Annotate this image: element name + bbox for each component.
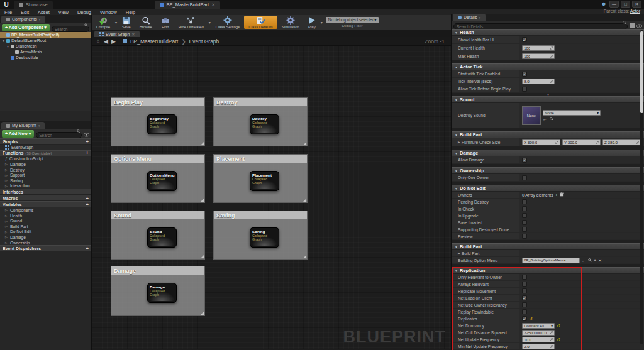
close-button[interactable]: ✕ [632,1,641,8]
modified-revert-icon[interactable]: ↺ [529,317,533,321]
breadcrumb-root[interactable]: BP_MasterBuildPart [130,38,179,45]
tree-expand-icon[interactable]: ▷ [5,224,8,228]
my-blueprint-section-graphs[interactable]: Graphs+ [0,138,91,145]
section-collapse-icon[interactable]: ▼ [455,187,458,190]
my-blueprint-item[interactable]: ▷Health [0,213,91,219]
modified-revert-icon[interactable]: ↺ [557,337,560,342]
tree-expand-icon[interactable]: ▷ [5,219,8,223]
comment-box-options-menu[interactable]: Options MenuOptionsMenuCollapsed Graph [111,154,205,203]
my-blueprint-item[interactable]: ▷Support [0,172,91,178]
my-blueprint-item[interactable]: ▷Destroy [0,167,91,173]
class-defaults-button[interactable]: Class Defaults [244,16,277,29]
dropdown-caret-icon[interactable]: ▾ [209,20,211,25]
collapsed-graph-node-beginplay[interactable]: BeginPlayCollapsed Graph [147,114,177,134]
menu-debug[interactable]: Debug [73,9,96,15]
my-blueprint-section-event-dispatchers[interactable]: Event Dispatchers+ [0,245,91,251]
tab-close-icon[interactable]: ✕ [131,32,135,36]
drag-resize-icon[interactable] [550,337,553,342]
section-header[interactable]: ▼Do Not Edit [452,185,644,192]
section-collapse-icon[interactable]: ▼ [455,169,458,173]
section-header[interactable]: ▼Sound [452,96,644,103]
tree-expand-icon[interactable]: ▷ [5,162,8,166]
comment-title[interactable]: Damage [111,266,204,275]
my-blueprint-item[interactable]: ƒConstructionScript [0,156,91,162]
comment-resize-handle[interactable] [201,312,204,315]
components-search-input[interactable] [52,26,89,32]
add-icon[interactable]: + [594,258,596,263]
section-collapse-icon[interactable]: ▼ [455,133,458,137]
checkbox[interactable]: ✓ [522,316,527,321]
menu-view[interactable]: View [54,9,73,15]
my-blueprint-item[interactable]: ▷Saving [0,178,91,183]
drag-resize-icon[interactable] [550,79,553,84]
number-field[interactable]: 8.0 [522,79,555,84]
add-icon[interactable]: + [86,202,89,207]
checkbox[interactable] [522,206,527,211]
tab-components[interactable]: Components ▾ [1,16,45,23]
checkbox[interactable] [522,234,527,239]
component-tree-item[interactable]: ▼StaticMesh [0,43,91,49]
checkbox[interactable]: ✓ [522,295,527,300]
my-blueprint-item[interactable]: ▷Do Not Edit [0,229,91,235]
my-blueprint-item[interactable]: ▷Interaction [0,183,91,189]
scrollbar-thumb[interactable] [640,31,643,113]
drag-resize-icon[interactable] [550,54,553,58]
tree-expand-icon[interactable]: ▷ [5,230,8,234]
browse-button[interactable]: Browse [135,15,157,30]
details-scrollbar[interactable] [640,30,643,344]
section-collapse-icon[interactable]: ▼ [455,245,458,249]
section-header[interactable]: ▼Replication [452,267,644,274]
checkbox[interactable] [522,227,527,232]
collapsed-graph-node-saving[interactable]: SavingCollapsed Graph [250,227,279,248]
use-selected-icon[interactable]: ← [543,117,547,121]
tree-expand-icon[interactable]: ▼ [2,39,5,43]
checkbox[interactable]: ✓ [522,37,527,42]
my-blueprint-search-input[interactable] [36,132,82,138]
my-blueprint-item[interactable]: ▷Damage [0,161,91,167]
debug-object-select[interactable]: No debug object selected▾ [326,17,379,23]
dropdown-caret-icon[interactable]: ▾ [115,20,117,25]
add-element-icon[interactable]: + [555,193,557,197]
add-icon[interactable]: + [86,150,89,156]
expand-arrow-icon[interactable]: ▶ [458,251,460,255]
checkbox[interactable] [522,302,527,307]
checkbox[interactable] [522,199,527,204]
add-icon[interactable]: + [86,246,89,251]
comment-resize-handle[interactable] [201,255,204,258]
comment-box-destroy[interactable]: DestroyDestroyCollapsed Graph [213,97,308,146]
my-blueprint-section-functions[interactable]: Functions(38 Overridable)+ [0,150,91,156]
checkbox[interactable]: ✓ [522,158,527,163]
window-tab-bp_masterbuildpart[interactable]: BP_MasterBuildPart✕ [155,1,220,9]
collapsed-graph-node-sound[interactable]: SoundCollapsed Graph [147,227,177,248]
vector-z-field[interactable]: Z 380.0 [602,139,641,145]
vector-y-field[interactable]: Y 300.0 [562,139,601,145]
section-header[interactable]: ▼Ownership [452,167,644,174]
modified-revert-icon[interactable]: ↺ [557,324,560,328]
class-settings-button[interactable]: Class Settings [211,15,244,30]
my-blueprint-item[interactable]: ▷Damage [0,234,91,240]
save-button[interactable]: Save [118,15,135,30]
my-blueprint-item[interactable]: ▷Build Part [0,224,91,229]
tree-expand-icon[interactable]: ▷ [5,214,8,217]
section-header[interactable]: ▼Build Part [452,243,644,250]
menu-file[interactable]: File [0,9,16,15]
comment-resize-handle[interactable] [201,142,204,145]
tree-expand-icon[interactable]: ▷ [5,173,8,177]
tree-expand-icon[interactable]: ▷ [5,241,8,244]
comment-title[interactable]: Destroy [214,98,307,106]
checkbox[interactable] [522,220,527,225]
window-tab-showcase[interactable]: Showcase [14,1,53,9]
my-blueprint-section-macros[interactable]: Macros+ [0,195,91,201]
component-tree-item[interactable]: Destructible [0,55,91,60]
menu-asset[interactable]: Asset [33,9,54,15]
section-header[interactable]: ▼Health [452,29,644,36]
comment-box-damage[interactable]: DamageDamageCollapsed Graph [111,266,205,316]
my-blueprint-item[interactable]: ▷Sound [0,218,91,224]
dropdown-caret-icon[interactable]: ▾ [321,20,323,25]
asset-dropdown[interactable]: None▾ [543,110,601,116]
section-header[interactable]: ▼Damage [452,150,644,156]
browse-to-asset-icon[interactable] [550,117,553,121]
comment-resize-handle[interactable] [201,199,204,202]
section-header[interactable]: ▼Actor Tick [452,63,644,70]
tab-event-graph[interactable]: Event Graph ✕ [94,31,140,37]
